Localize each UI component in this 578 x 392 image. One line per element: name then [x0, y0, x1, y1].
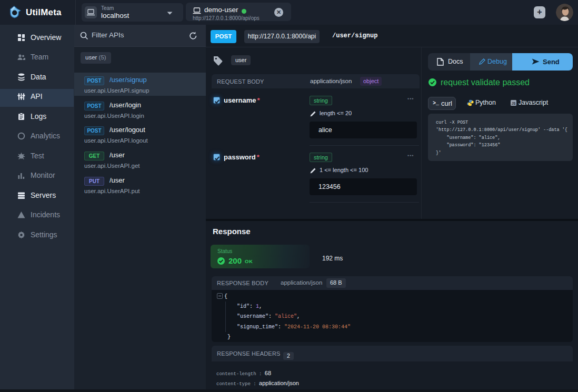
svg-text:JS: JS — [512, 102, 516, 105]
